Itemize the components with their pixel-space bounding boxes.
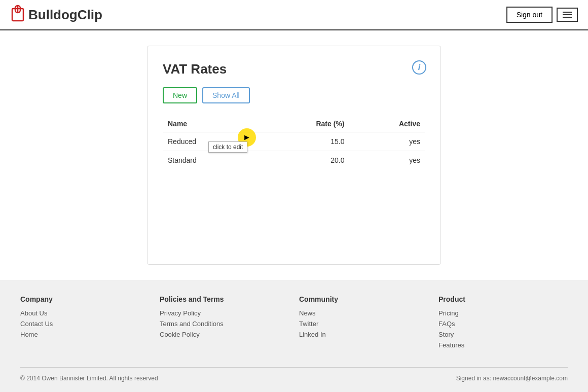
footer-community-heading: Community <box>299 295 428 303</box>
row-active: yes <box>349 151 425 170</box>
footer-link-home[interactable]: Home <box>20 331 150 338</box>
footer-link-faqs[interactable]: FAQs <box>438 320 568 328</box>
sign-out-button[interactable]: Sign out <box>506 7 553 23</box>
footer-company-col: Company About Us Contact Us Home <box>20 295 150 352</box>
menu-line-1 <box>563 12 572 13</box>
vat-rates-card: VAT Rates i New Show All Name Rate (%) A… <box>147 46 441 265</box>
row-rate: 15.0 <box>256 132 349 151</box>
row-name: Standard <box>163 151 256 170</box>
footer-link-privacy-policy[interactable]: Privacy Policy <box>160 309 289 317</box>
new-button[interactable]: New <box>163 87 197 103</box>
footer-link-cookie-policy[interactable]: Cookie Policy <box>160 331 289 338</box>
footer: Company About Us Contact Us Home Policie… <box>0 280 588 392</box>
info-icon[interactable]: i <box>412 60 426 75</box>
footer-policies-heading: Policies and Terms <box>160 295 289 303</box>
footer-grid: Company About Us Contact Us Home Policie… <box>20 295 568 352</box>
table-row[interactable]: Reduced ► click to edit 15.0 yes <box>163 132 425 151</box>
header-actions: Sign out <box>506 7 578 23</box>
col-header-active: Active <box>349 116 425 132</box>
footer-product-heading: Product <box>438 295 568 303</box>
footer-link-news[interactable]: News <box>299 309 428 317</box>
footer-link-contact-us[interactable]: Contact Us <box>20 320 150 328</box>
row-active: yes <box>349 132 425 151</box>
card-title: VAT Rates <box>163 61 425 77</box>
main-content: VAT Rates i New Show All Name Rate (%) A… <box>0 30 588 280</box>
footer-product-col: Product Pricing FAQs Story Features <box>438 295 568 352</box>
header: BulldogClip Sign out <box>0 0 588 30</box>
menu-line-2 <box>563 14 572 15</box>
footer-link-about-us[interactable]: About Us <box>20 309 150 317</box>
footer-policies-col: Policies and Terms Privacy Policy Terms … <box>160 295 289 352</box>
row-rate: 20.0 <box>256 151 349 170</box>
signed-in-text: Signed in as: newaccount@example.com <box>456 375 568 382</box>
footer-link-pricing[interactable]: Pricing <box>438 309 568 317</box>
cursor-arrow-icon: ► <box>243 133 251 142</box>
table-row[interactable]: Standard 20.0 yes <box>163 151 425 170</box>
footer-link-story[interactable]: Story <box>438 331 568 338</box>
copyright-text: © 2014 Owen Bannister Limited. All right… <box>20 375 158 382</box>
footer-community-col: Community News Twitter Linked In <box>299 295 428 352</box>
col-header-rate: Rate (%) <box>256 116 349 132</box>
logo-icon <box>10 5 25 25</box>
logo[interactable]: BulldogClip <box>10 5 102 25</box>
row-name: Reduced ► click to edit <box>163 132 256 151</box>
footer-link-features[interactable]: Features <box>438 341 568 349</box>
click-to-edit-tooltip: click to edit <box>208 141 247 153</box>
menu-button[interactable] <box>557 8 578 22</box>
footer-link-terms[interactable]: Terms and Conditions <box>160 320 289 328</box>
footer-bottom: © 2014 Owen Bannister Limited. All right… <box>20 367 568 382</box>
card-actions: New Show All <box>163 87 425 103</box>
table-header-row: Name Rate (%) Active <box>163 116 425 132</box>
footer-link-linkedin[interactable]: Linked In <box>299 331 428 338</box>
vat-rates-table: Name Rate (%) Active Reduced ► click to … <box>163 116 425 169</box>
logo-clip-text: Clip <box>78 7 102 23</box>
show-all-button[interactable]: Show All <box>202 87 250 103</box>
footer-link-twitter[interactable]: Twitter <box>299 320 428 328</box>
menu-line-3 <box>563 17 572 18</box>
logo-bulldog-text: Bulldog <box>28 7 78 23</box>
footer-company-heading: Company <box>20 295 150 303</box>
